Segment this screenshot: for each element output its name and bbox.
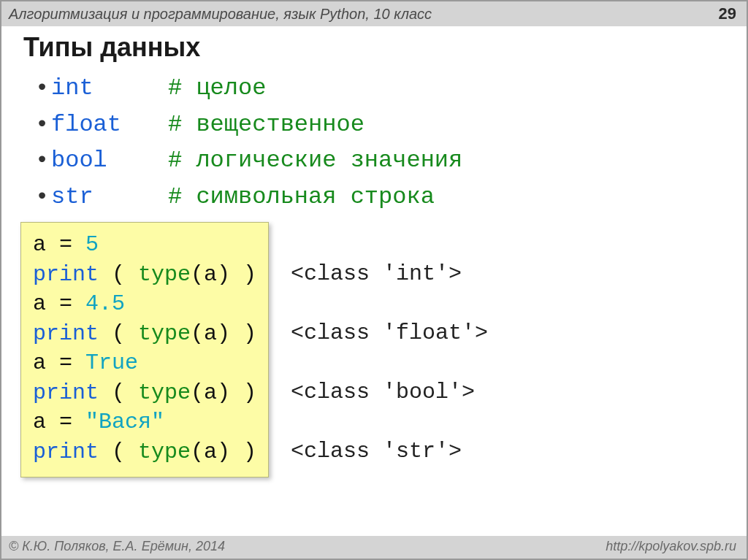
code-paren: ( (99, 440, 138, 464)
output-line: <class 'float'> (291, 321, 488, 345)
code-var: a (33, 410, 46, 434)
code-eq: = (46, 291, 85, 316)
course-title: Алгоритмизация и программирование, язык … (9, 6, 432, 23)
code-arg: (a) (191, 321, 230, 346)
code-var: a (33, 291, 46, 316)
list-item: float# вещественное (38, 107, 725, 143)
code-val: 4.5 (85, 291, 125, 316)
type-comment: # вещественное (168, 111, 365, 138)
code-val: 5 (85, 232, 99, 257)
code-fn: print (33, 440, 99, 464)
output-line: <class 'bool'> (291, 380, 475, 404)
type-name: float (51, 107, 168, 143)
code-type: type (138, 380, 191, 405)
code-var: a (33, 232, 46, 257)
code-paren: ( (99, 321, 138, 346)
code-fn: print (33, 380, 99, 405)
type-comment: # целое (168, 74, 266, 101)
code-paren: ) (230, 321, 256, 346)
output-box: <class 'int'> <class 'float'> <class 'bo… (269, 222, 488, 466)
copyright-text: © К.Ю. Поляков, Е.А. Ерёмин, 2014 (9, 539, 225, 554)
type-name: str (51, 179, 168, 215)
page-number: 29 (719, 4, 736, 23)
list-item: int# целое (38, 70, 725, 107)
code-arg: (a) (191, 440, 230, 464)
output-line: <class 'int'> (291, 261, 462, 286)
code-eq: = (46, 232, 85, 257)
code-var: a (33, 350, 46, 375)
type-list: int# целое float# вещественное bool# лог… (38, 70, 725, 215)
output-line: <class 'str'> (291, 439, 462, 464)
type-name: bool (51, 142, 168, 179)
slide-header: Алгоритмизация и программирование, язык … (1, 1, 747, 26)
code-fn: print (33, 262, 99, 287)
code-eq: = (46, 410, 85, 434)
code-fn: print (33, 321, 99, 346)
code-paren: ) (230, 262, 256, 287)
list-item: bool# логические значения (38, 142, 725, 179)
list-item: str# символьная строка (38, 179, 725, 215)
slide-title: Типы данных (1, 26, 747, 70)
footer-url: http://kpolyakov.spb.ru (606, 539, 736, 554)
code-eq: = (46, 350, 85, 375)
code-section: a = 5 print ( type(a) ) a = 4.5 print ( … (31, 222, 725, 477)
code-type: type (138, 262, 191, 287)
code-arg: (a) (191, 262, 230, 287)
code-arg: (a) (191, 380, 230, 405)
code-paren: ) (230, 380, 256, 405)
code-box: a = 5 print ( type(a) ) a = 4.5 print ( … (20, 222, 269, 477)
code-paren: ) (230, 440, 256, 464)
code-type: type (138, 440, 191, 464)
slide-footer: © К.Ю. Поляков, Е.А. Ерёмин, 2014 http:/… (1, 536, 747, 559)
code-type: type (138, 321, 191, 346)
code-val: "Вася" (85, 410, 164, 434)
type-name: int (51, 70, 168, 107)
code-paren: ( (99, 380, 138, 405)
code-val: True (85, 350, 138, 375)
slide: Алгоритмизация и программирование, язык … (0, 0, 748, 560)
code-paren: ( (99, 262, 138, 287)
slide-content: int# целое float# вещественное bool# лог… (1, 70, 747, 536)
type-comment: # логические значения (168, 147, 462, 174)
type-comment: # символьная строка (168, 183, 435, 210)
